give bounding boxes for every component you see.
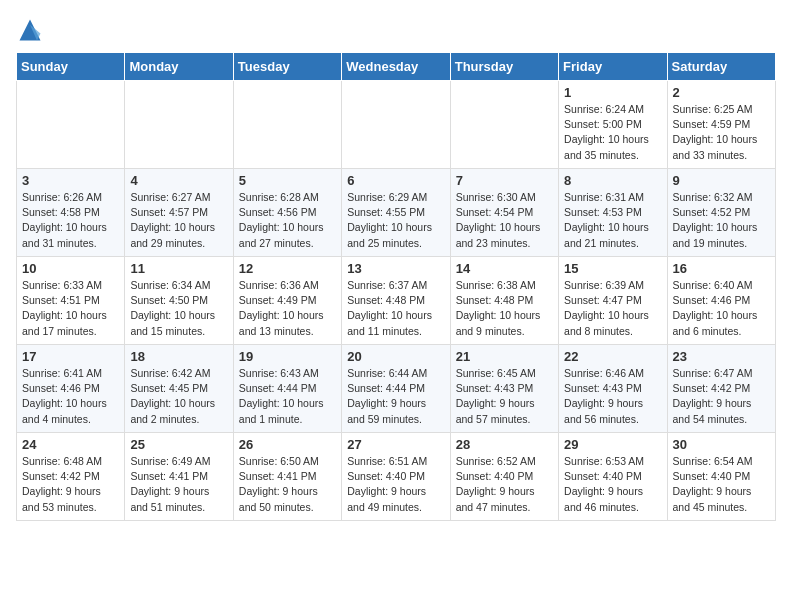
- calendar-cell: 19Sunrise: 6:43 AM Sunset: 4:44 PM Dayli…: [233, 345, 341, 433]
- calendar-week-row: 17Sunrise: 6:41 AM Sunset: 4:46 PM Dayli…: [17, 345, 776, 433]
- day-info: Sunrise: 6:34 AM Sunset: 4:50 PM Dayligh…: [130, 278, 227, 339]
- day-number: 11: [130, 261, 227, 276]
- day-number: 2: [673, 85, 770, 100]
- calendar-cell: 15Sunrise: 6:39 AM Sunset: 4:47 PM Dayli…: [559, 257, 667, 345]
- day-info: Sunrise: 6:28 AM Sunset: 4:56 PM Dayligh…: [239, 190, 336, 251]
- calendar-cell: 22Sunrise: 6:46 AM Sunset: 4:43 PM Dayli…: [559, 345, 667, 433]
- day-number: 6: [347, 173, 444, 188]
- day-number: 12: [239, 261, 336, 276]
- day-number: 29: [564, 437, 661, 452]
- calendar-cell: 12Sunrise: 6:36 AM Sunset: 4:49 PM Dayli…: [233, 257, 341, 345]
- day-number: 16: [673, 261, 770, 276]
- page-header: [16, 16, 776, 44]
- day-info: Sunrise: 6:30 AM Sunset: 4:54 PM Dayligh…: [456, 190, 553, 251]
- calendar-cell: 30Sunrise: 6:54 AM Sunset: 4:40 PM Dayli…: [667, 433, 775, 521]
- day-info: Sunrise: 6:39 AM Sunset: 4:47 PM Dayligh…: [564, 278, 661, 339]
- logo-icon: [16, 16, 44, 44]
- day-number: 27: [347, 437, 444, 452]
- day-number: 18: [130, 349, 227, 364]
- day-info: Sunrise: 6:50 AM Sunset: 4:41 PM Dayligh…: [239, 454, 336, 515]
- day-number: 21: [456, 349, 553, 364]
- day-of-week-header: Saturday: [667, 53, 775, 81]
- calendar-cell: 18Sunrise: 6:42 AM Sunset: 4:45 PM Dayli…: [125, 345, 233, 433]
- calendar-cell: 11Sunrise: 6:34 AM Sunset: 4:50 PM Dayli…: [125, 257, 233, 345]
- day-info: Sunrise: 6:48 AM Sunset: 4:42 PM Dayligh…: [22, 454, 119, 515]
- day-info: Sunrise: 6:29 AM Sunset: 4:55 PM Dayligh…: [347, 190, 444, 251]
- calendar-cell: 21Sunrise: 6:45 AM Sunset: 4:43 PM Dayli…: [450, 345, 558, 433]
- day-number: 19: [239, 349, 336, 364]
- calendar-cell: 8Sunrise: 6:31 AM Sunset: 4:53 PM Daylig…: [559, 169, 667, 257]
- day-info: Sunrise: 6:31 AM Sunset: 4:53 PM Dayligh…: [564, 190, 661, 251]
- day-number: 23: [673, 349, 770, 364]
- day-of-week-header: Sunday: [17, 53, 125, 81]
- day-info: Sunrise: 6:53 AM Sunset: 4:40 PM Dayligh…: [564, 454, 661, 515]
- day-number: 10: [22, 261, 119, 276]
- calendar-week-row: 10Sunrise: 6:33 AM Sunset: 4:51 PM Dayli…: [17, 257, 776, 345]
- calendar-cell: 28Sunrise: 6:52 AM Sunset: 4:40 PM Dayli…: [450, 433, 558, 521]
- day-number: 14: [456, 261, 553, 276]
- day-info: Sunrise: 6:46 AM Sunset: 4:43 PM Dayligh…: [564, 366, 661, 427]
- day-of-week-header: Monday: [125, 53, 233, 81]
- day-number: 13: [347, 261, 444, 276]
- day-info: Sunrise: 6:41 AM Sunset: 4:46 PM Dayligh…: [22, 366, 119, 427]
- day-info: Sunrise: 6:40 AM Sunset: 4:46 PM Dayligh…: [673, 278, 770, 339]
- calendar-week-row: 1Sunrise: 6:24 AM Sunset: 5:00 PM Daylig…: [17, 81, 776, 169]
- calendar-cell: 29Sunrise: 6:53 AM Sunset: 4:40 PM Dayli…: [559, 433, 667, 521]
- day-info: Sunrise: 6:43 AM Sunset: 4:44 PM Dayligh…: [239, 366, 336, 427]
- calendar-cell: 25Sunrise: 6:49 AM Sunset: 4:41 PM Dayli…: [125, 433, 233, 521]
- day-info: Sunrise: 6:25 AM Sunset: 4:59 PM Dayligh…: [673, 102, 770, 163]
- calendar-cell: [125, 81, 233, 169]
- day-info: Sunrise: 6:27 AM Sunset: 4:57 PM Dayligh…: [130, 190, 227, 251]
- calendar-week-row: 3Sunrise: 6:26 AM Sunset: 4:58 PM Daylig…: [17, 169, 776, 257]
- day-number: 3: [22, 173, 119, 188]
- calendar-cell: 9Sunrise: 6:32 AM Sunset: 4:52 PM Daylig…: [667, 169, 775, 257]
- day-number: 7: [456, 173, 553, 188]
- day-of-week-header: Tuesday: [233, 53, 341, 81]
- day-info: Sunrise: 6:47 AM Sunset: 4:42 PM Dayligh…: [673, 366, 770, 427]
- calendar-cell: [233, 81, 341, 169]
- calendar-cell: 5Sunrise: 6:28 AM Sunset: 4:56 PM Daylig…: [233, 169, 341, 257]
- day-of-week-header: Friday: [559, 53, 667, 81]
- day-number: 15: [564, 261, 661, 276]
- calendar-cell: 23Sunrise: 6:47 AM Sunset: 4:42 PM Dayli…: [667, 345, 775, 433]
- day-number: 30: [673, 437, 770, 452]
- calendar-cell: 24Sunrise: 6:48 AM Sunset: 4:42 PM Dayli…: [17, 433, 125, 521]
- day-number: 1: [564, 85, 661, 100]
- calendar-cell: [342, 81, 450, 169]
- day-info: Sunrise: 6:32 AM Sunset: 4:52 PM Dayligh…: [673, 190, 770, 251]
- calendar-cell: 20Sunrise: 6:44 AM Sunset: 4:44 PM Dayli…: [342, 345, 450, 433]
- day-info: Sunrise: 6:36 AM Sunset: 4:49 PM Dayligh…: [239, 278, 336, 339]
- day-info: Sunrise: 6:33 AM Sunset: 4:51 PM Dayligh…: [22, 278, 119, 339]
- calendar-cell: 4Sunrise: 6:27 AM Sunset: 4:57 PM Daylig…: [125, 169, 233, 257]
- day-number: 25: [130, 437, 227, 452]
- day-info: Sunrise: 6:26 AM Sunset: 4:58 PM Dayligh…: [22, 190, 119, 251]
- calendar-cell: [450, 81, 558, 169]
- calendar-cell: 14Sunrise: 6:38 AM Sunset: 4:48 PM Dayli…: [450, 257, 558, 345]
- day-info: Sunrise: 6:49 AM Sunset: 4:41 PM Dayligh…: [130, 454, 227, 515]
- day-number: 28: [456, 437, 553, 452]
- calendar-week-row: 24Sunrise: 6:48 AM Sunset: 4:42 PM Dayli…: [17, 433, 776, 521]
- day-number: 8: [564, 173, 661, 188]
- calendar-cell: 6Sunrise: 6:29 AM Sunset: 4:55 PM Daylig…: [342, 169, 450, 257]
- calendar-table: SundayMondayTuesdayWednesdayThursdayFrid…: [16, 52, 776, 521]
- calendar-cell: 26Sunrise: 6:50 AM Sunset: 4:41 PM Dayli…: [233, 433, 341, 521]
- calendar-cell: [17, 81, 125, 169]
- calendar-cell: 2Sunrise: 6:25 AM Sunset: 4:59 PM Daylig…: [667, 81, 775, 169]
- calendar-cell: 17Sunrise: 6:41 AM Sunset: 4:46 PM Dayli…: [17, 345, 125, 433]
- day-number: 20: [347, 349, 444, 364]
- day-info: Sunrise: 6:42 AM Sunset: 4:45 PM Dayligh…: [130, 366, 227, 427]
- day-number: 4: [130, 173, 227, 188]
- day-of-week-header: Wednesday: [342, 53, 450, 81]
- day-info: Sunrise: 6:51 AM Sunset: 4:40 PM Dayligh…: [347, 454, 444, 515]
- day-number: 26: [239, 437, 336, 452]
- logo: [16, 16, 48, 44]
- calendar-cell: 13Sunrise: 6:37 AM Sunset: 4:48 PM Dayli…: [342, 257, 450, 345]
- day-number: 5: [239, 173, 336, 188]
- calendar-cell: 27Sunrise: 6:51 AM Sunset: 4:40 PM Dayli…: [342, 433, 450, 521]
- calendar-cell: 7Sunrise: 6:30 AM Sunset: 4:54 PM Daylig…: [450, 169, 558, 257]
- day-info: Sunrise: 6:52 AM Sunset: 4:40 PM Dayligh…: [456, 454, 553, 515]
- calendar-cell: 16Sunrise: 6:40 AM Sunset: 4:46 PM Dayli…: [667, 257, 775, 345]
- day-info: Sunrise: 6:44 AM Sunset: 4:44 PM Dayligh…: [347, 366, 444, 427]
- calendar-header-row: SundayMondayTuesdayWednesdayThursdayFrid…: [17, 53, 776, 81]
- day-info: Sunrise: 6:54 AM Sunset: 4:40 PM Dayligh…: [673, 454, 770, 515]
